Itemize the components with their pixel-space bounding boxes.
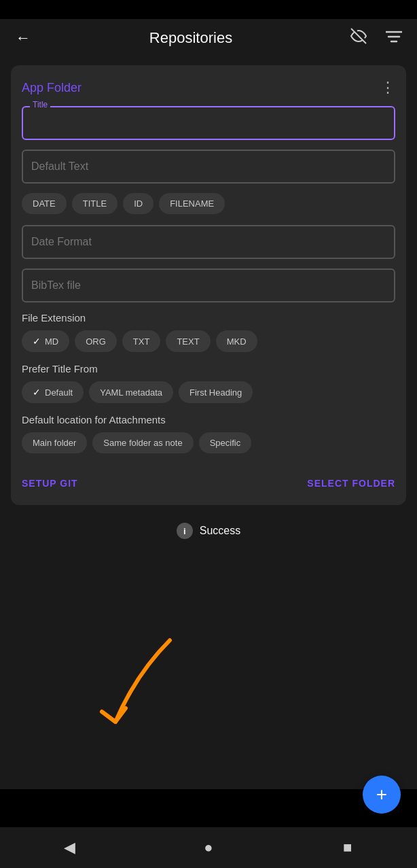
- visibility-off-icon[interactable]: [346, 28, 371, 48]
- chip-filename[interactable]: FILENAME: [159, 193, 225, 214]
- file-extension-chip-group: ✓ MD ORG TXT TEXT MKD: [22, 330, 395, 352]
- more-options-icon[interactable]: ⋮: [380, 79, 395, 97]
- status-bar: [0, 0, 417, 19]
- chip-mkd[interactable]: MKD: [216, 330, 257, 352]
- chip-firstheading[interactable]: First Heading: [179, 381, 253, 403]
- back-button[interactable]: ←: [11, 29, 35, 47]
- info-icon: i: [177, 523, 193, 539]
- date-format-field: [22, 225, 395, 259]
- chip-default-label: Default: [45, 387, 73, 398]
- default-location-label: Default location for Attachments: [22, 414, 395, 426]
- title-chip-group: DATE TITLE ID FILENAME: [22, 193, 395, 214]
- chip-id[interactable]: ID: [123, 193, 153, 214]
- chip-txt-label: TXT: [133, 336, 150, 347]
- chip-org[interactable]: ORG: [75, 330, 117, 352]
- chip-id-label: ID: [134, 198, 143, 209]
- nav-back-button[interactable]: ◀: [56, 839, 83, 856]
- chip-title-label: TITLE: [83, 198, 107, 209]
- chip-firstheading-label: First Heading: [189, 387, 242, 398]
- chip-yaml-label: YAML metadata: [100, 387, 162, 398]
- nav-home-button[interactable]: ●: [195, 839, 222, 856]
- bottom-navigation: ◀ ● ■: [0, 827, 417, 868]
- chip-filename-label: FILENAME: [170, 198, 214, 209]
- success-bar: i Success: [11, 513, 406, 549]
- chip-specific[interactable]: Specific: [199, 432, 252, 453]
- chip-text[interactable]: TEXT: [166, 330, 210, 352]
- chip-txt[interactable]: TXT: [122, 330, 161, 352]
- location-chip-group: Main folder Same folder as note Specific: [22, 432, 395, 453]
- chip-yaml[interactable]: YAML metadata: [89, 381, 173, 403]
- date-format-input[interactable]: [22, 225, 395, 259]
- chip-default[interactable]: ✓ Default: [22, 381, 84, 403]
- prefer-title-label: Prefer Title From: [22, 363, 395, 375]
- file-extension-label: File Extension: [22, 312, 395, 324]
- fab-add-button[interactable]: +: [363, 776, 401, 814]
- main-content: App Folder ⋮ Title DATE TITLE ID FILENAM…: [0, 57, 417, 789]
- prefer-title-chip-group: ✓ Default YAML metadata First Heading: [22, 381, 395, 403]
- title-field: Title: [22, 106, 395, 140]
- chip-date[interactable]: DATE: [22, 193, 67, 214]
- chip-mainfolder-label: Main folder: [33, 438, 76, 448]
- repository-card: App Folder ⋮ Title DATE TITLE ID FILENAM…: [11, 65, 406, 505]
- app-bar: ← Repositories: [0, 19, 417, 57]
- success-text: Success: [200, 525, 240, 537]
- chip-mkd-label: MKD: [227, 336, 247, 347]
- chip-samefolder[interactable]: Same folder as note: [92, 432, 193, 453]
- setup-git-button[interactable]: SETUP GIT: [22, 472, 78, 494]
- chip-md[interactable]: ✓ MD: [22, 330, 69, 352]
- chip-org-label: ORG: [86, 336, 106, 347]
- default-text-input[interactable]: [22, 150, 395, 184]
- bibtex-input[interactable]: [22, 268, 395, 302]
- chip-text-label: TEXT: [177, 336, 199, 347]
- chip-title[interactable]: TITLE: [72, 193, 117, 214]
- default-text-field: [22, 150, 395, 184]
- filter-icon[interactable]: [382, 29, 406, 47]
- chip-samefolder-label: Same folder as note: [103, 438, 182, 448]
- bibtex-field: [22, 268, 395, 302]
- chip-md-check: ✓: [33, 336, 41, 347]
- chip-default-check: ✓: [33, 387, 41, 398]
- section-title: App Folder: [22, 81, 81, 95]
- nav-recents-button[interactable]: ■: [334, 839, 361, 856]
- section-header: App Folder ⋮: [22, 79, 395, 97]
- app-bar-title: Repositories: [35, 29, 346, 47]
- card-actions: SETUP GIT SELECT FOLDER: [22, 467, 395, 494]
- chip-mainfolder[interactable]: Main folder: [22, 432, 87, 453]
- select-folder-button[interactable]: SELECT FOLDER: [307, 472, 395, 494]
- chip-md-label: MD: [45, 336, 58, 347]
- title-input[interactable]: [22, 106, 395, 140]
- chip-date-label: DATE: [33, 198, 56, 209]
- title-label: Title: [30, 100, 50, 109]
- chip-specific-label: Specific: [210, 438, 241, 448]
